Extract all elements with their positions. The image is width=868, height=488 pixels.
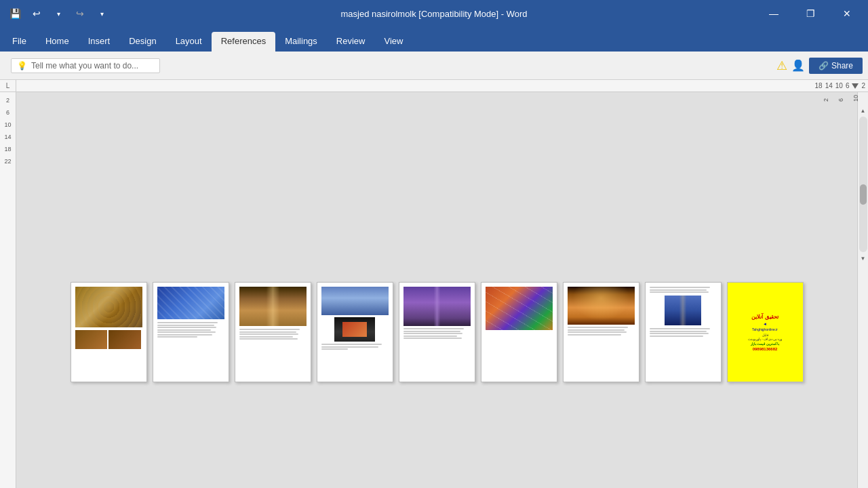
tab-layout[interactable]: Layout <box>166 32 212 52</box>
close-button[interactable]: ✕ <box>831 0 863 27</box>
page-6-content <box>481 283 557 382</box>
tell-me-placeholder: Tell me what you want to do... <box>31 61 138 70</box>
page1-bottom-imgs <box>75 330 142 349</box>
ribbon-tabs: File Home Insert Design Layout Reference… <box>0 27 868 52</box>
undo-dropdown-icon[interactable]: ▾ <box>49 4 68 23</box>
tab-file[interactable]: File <box>3 32 36 52</box>
tab-home[interactable]: Home <box>36 32 79 52</box>
horizontal-ruler: 18 14 10 6 2 <box>16 80 868 92</box>
ruler-row: L 18 14 10 6 2 <box>0 80 868 92</box>
minimize-button[interactable]: — <box>758 0 789 27</box>
page8-text-top <box>650 287 717 293</box>
undo-icon[interactable]: ↩ <box>27 4 46 23</box>
page-thumb-8[interactable] <box>645 282 722 382</box>
ruler-marker <box>852 83 859 89</box>
page-3-content <box>235 283 311 382</box>
vruler-14: 14 <box>4 131 11 142</box>
page-8-content <box>646 283 721 382</box>
page6-main-img <box>486 287 553 330</box>
page4-top-img <box>321 287 389 315</box>
ad-title: تحقیق آنلاین <box>751 314 778 320</box>
pages-row: تحقیق آنلاین ◄ Tahghighonline.ir فایل ور… <box>71 282 804 382</box>
page-thumb-3[interactable] <box>235 282 311 382</box>
title-bar-left: 💾 ↩ ▾ ↪ ▾ <box>5 4 111 23</box>
scrollbar[interactable]: ▲ ▼ <box>859 106 868 263</box>
ad-line3: ورد-پی دی اف - پاورپوینت <box>748 338 782 341</box>
page8-small-img <box>665 296 701 325</box>
page-thumb-7[interactable] <box>563 282 639 382</box>
page-thumb-2[interactable] <box>153 282 229 382</box>
tab-view[interactable]: View <box>374 32 412 52</box>
ruler-num-10: 10 <box>835 82 843 89</box>
tab-mailings[interactable]: Mailings <box>275 32 327 52</box>
title-bar: 💾 ↩ ▾ ↪ ▾ masjed nasirolmolk [Compatibil… <box>0 0 868 27</box>
vnum-2: 2 <box>823 95 829 102</box>
right-panel: 2 6 10 14 18 22 ▲ ▼ <box>857 92 868 488</box>
ribbon-bar: 💡 Tell me what you want to do... ⚠ 👤 🔗 S… <box>0 52 868 80</box>
vertical-page-numbers: 2 6 10 14 18 22 <box>823 95 869 103</box>
person-icon: 👤 <box>791 59 805 72</box>
page1-small-img2 <box>108 330 141 349</box>
vnum-6: 6 <box>837 95 844 102</box>
lightbulb-icon: 💡 <box>17 61 27 70</box>
window-controls: — ❐ ✕ <box>758 0 863 27</box>
vertical-ruler: 2 6 10 14 18 22 <box>0 92 16 488</box>
page-thumb-4[interactable] <box>317 282 393 382</box>
redo-icon[interactable]: ↪ <box>71 4 90 23</box>
page4-dark-img <box>334 317 374 342</box>
share-icon: 🔗 <box>818 61 829 70</box>
tab-references[interactable]: References <box>212 32 275 52</box>
page1-small-img1 <box>75 330 108 349</box>
ad-line4: با کمترین قیمت بازار <box>751 342 779 346</box>
vruler-6: 6 <box>6 107 9 118</box>
page-thumb-1[interactable] <box>71 282 147 382</box>
share-button[interactable]: 🔗 Share <box>809 58 863 74</box>
tell-me-input[interactable]: 💡 Tell me what you want to do... <box>11 58 160 73</box>
restore-button[interactable]: ❐ <box>795 0 826 27</box>
page-thumb-5[interactable] <box>399 282 475 382</box>
page3-text <box>239 329 307 340</box>
scroll-down[interactable]: ▼ <box>859 253 868 263</box>
ad-arrow: ◄ <box>763 322 767 326</box>
vruler-18: 18 <box>4 144 11 155</box>
ruler-num-2: 2 <box>861 82 865 89</box>
ruler-num-6: 6 <box>846 82 850 89</box>
scroll-track[interactable] <box>859 117 867 252</box>
ad-phone: 09898136682 <box>753 347 778 351</box>
tell-me-area: 💡 Tell me what you want to do... <box>11 58 768 73</box>
tab-design[interactable]: Design <box>119 32 165 52</box>
document-canvas[interactable]: تحقیق آنلاین ◄ Tahghighonline.ir فایل ور… <box>16 92 857 488</box>
tab-insert[interactable]: Insert <box>79 32 120 52</box>
page-5-content <box>399 283 475 382</box>
ad-line2: فایل <box>762 333 768 337</box>
page-7-content <box>564 283 639 382</box>
page-1-content <box>71 283 146 382</box>
page-2-content <box>153 283 229 382</box>
scroll-thumb[interactable] <box>860 184 867 205</box>
save-icon[interactable]: 💾 <box>5 4 24 23</box>
scroll-up[interactable]: ▲ <box>859 106 868 115</box>
page3-main-img <box>239 287 307 326</box>
tab-review[interactable]: Review <box>327 32 375 52</box>
ruler-num-14: 14 <box>825 82 833 89</box>
vruler-22: 22 <box>4 156 11 167</box>
page-4-content <box>317 283 393 382</box>
share-area: ⚠ 👤 🔗 Share <box>776 58 863 74</box>
page2-text <box>157 322 224 338</box>
page8-text-bottom <box>650 328 717 337</box>
main-area: 2 6 10 14 18 22 <box>0 92 868 488</box>
page5-main-img <box>403 287 471 326</box>
vruler-2: 2 <box>6 95 9 106</box>
ruler-corner: L <box>0 80 16 92</box>
page5-text <box>403 328 471 339</box>
page-thumb-9[interactable]: تحقیق آنلاین ◄ Tahghighonline.ir فایل ور… <box>727 282 804 382</box>
page-thumb-6[interactable] <box>481 282 557 382</box>
page7-text <box>568 327 635 336</box>
document-title: masjed nasirolmolk [Compatibility Mode] … <box>340 9 527 19</box>
page4-text <box>321 344 389 350</box>
page7-main-img <box>568 287 635 325</box>
page2-main-img <box>157 287 224 319</box>
customize-icon[interactable]: ▾ <box>92 4 111 23</box>
vnum-10: 10 <box>852 95 859 102</box>
ad-site: Tahghighonline.ir <box>752 327 778 331</box>
